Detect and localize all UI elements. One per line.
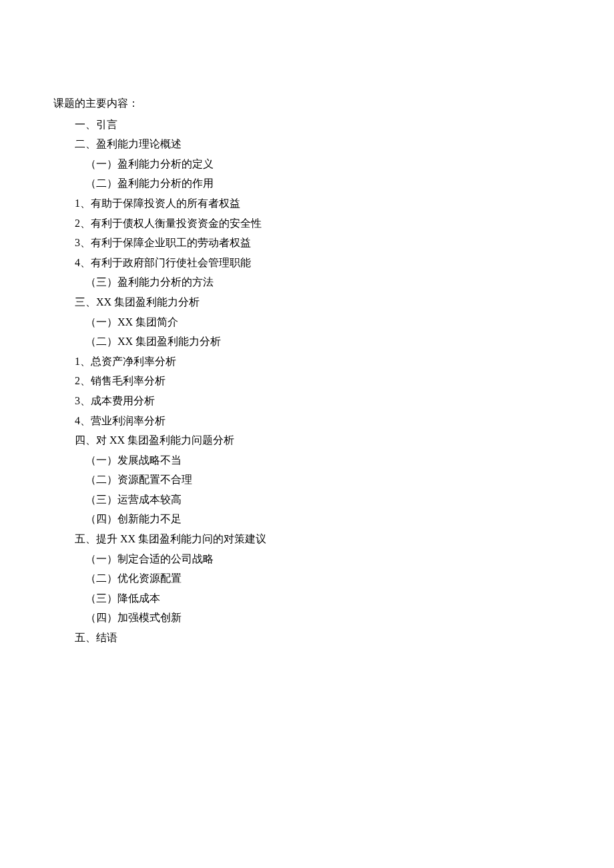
- document-title: 课题的主要内容：: [53, 93, 561, 113]
- outline-item: 五、提升 XX 集团盈利能力问的对策建议: [53, 529, 561, 549]
- outline-item: 2、有利于债权人衡量投资资金的安全性: [53, 213, 561, 234]
- outline-item: （二）资源配置不合理: [53, 470, 561, 490]
- outline-item: 四、对 XX 集团盈利能力问题分析: [53, 430, 561, 450]
- outline-item: 4、营业利润率分析: [53, 411, 561, 431]
- outline-item: （一）盈利能力分析的定义: [53, 154, 561, 174]
- outline-item: （三）降低成本: [53, 588, 561, 608]
- outline-item: 4、有利于政府部门行使社会管理职能: [53, 253, 561, 273]
- outline-item: （一）XX 集团简介: [53, 312, 561, 332]
- outline-item: （三）盈利能力分析的方法: [53, 272, 561, 292]
- document-content: 课题的主要内容： 一、引言 二、盈利能力理论概述 （一）盈利能力分析的定义 （二…: [53, 93, 561, 648]
- outline-item: 2、销售毛利率分析: [53, 371, 561, 391]
- outline-item: 1、总资产净利率分析: [53, 352, 561, 372]
- outline-item: 3、有利于保障企业职工的劳动者权益: [53, 233, 561, 253]
- outline-item: （一）制定合适的公司战略: [53, 549, 561, 569]
- outline-item: 五、结语: [53, 628, 561, 648]
- outline-item: （四）加强模式创新: [53, 608, 561, 628]
- outline-item: 一、引言: [53, 115, 561, 135]
- outline-item: 二、盈利能力理论概述: [53, 134, 561, 154]
- outline-item: （二）XX 集团盈利能力分析: [53, 332, 561, 352]
- outline-item: 三、XX 集团盈利能力分析: [53, 292, 561, 312]
- outline-item: 1、有助于保障投资人的所有者权益: [53, 193, 561, 213]
- outline-item: （二）优化资源配置: [53, 568, 561, 588]
- outline-item: （一）发展战略不当: [53, 450, 561, 470]
- outline-item: （四）创新能力不足: [53, 509, 561, 529]
- outline-item: （三）运营成本较高: [53, 490, 561, 510]
- outline-item: （二）盈利能力分析的作用: [53, 173, 561, 193]
- outline-item: 3、成本费用分析: [53, 391, 561, 411]
